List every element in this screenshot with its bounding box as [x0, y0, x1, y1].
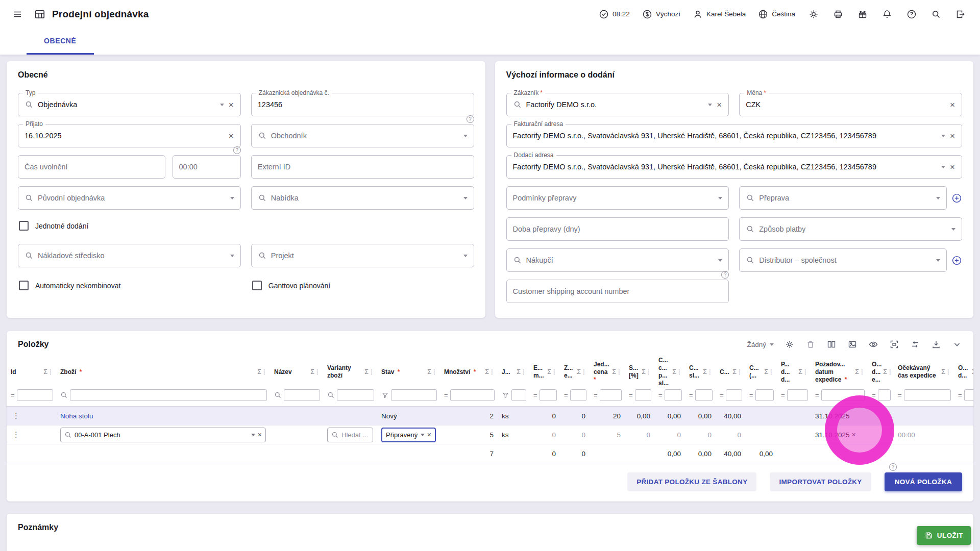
help-badge[interactable]: ? — [721, 271, 729, 279]
column-menu-icon[interactable]: ⋮ — [707, 368, 713, 375]
field-quote[interactable]: Nabídka — [251, 186, 474, 210]
sum-icon[interactable]: Σ — [798, 368, 802, 375]
filter-input-zbozi[interactable] — [70, 389, 267, 401]
sum-icon[interactable]: Σ — [732, 368, 737, 375]
field-currency[interactable]: Měna* CZK × — [739, 93, 962, 116]
clear-icon[interactable]: × — [949, 101, 955, 109]
filter-input-s_pct[interactable] — [635, 389, 651, 401]
editor-stav[interactable]: Připravený× — [381, 428, 436, 442]
clear-icon[interactable]: × — [427, 431, 431, 439]
filter-input-c1[interactable] — [665, 389, 682, 401]
field-buyer[interactable]: Nákupčí — [506, 248, 729, 272]
help-icon[interactable] — [905, 8, 918, 20]
pricing-selector[interactable]: Výchozí — [642, 9, 680, 19]
field-original-order[interactable]: Původní objednávka — [18, 186, 241, 210]
checkbox-single-delivery[interactable]: Jednotné dodání — [19, 221, 473, 231]
add-from-template-button[interactable]: PŘIDAT POLOŽKU ZE ŠABLONY — [627, 472, 756, 491]
filter-input-stav[interactable] — [391, 389, 437, 401]
sum-icon[interactable]: Σ — [672, 368, 676, 375]
caret-down-icon[interactable] — [718, 197, 722, 199]
delete-icon[interactable] — [805, 339, 816, 349]
filter-input-mnozstvi[interactable] — [450, 389, 495, 401]
item-link[interactable]: Noha stolu — [60, 412, 93, 420]
caret-down-icon[interactable] — [718, 259, 722, 262]
field-customer[interactable]: Zákazník* Factorify DEMO s.r.o. × — [506, 93, 729, 116]
column-header-zbozi[interactable]: Zboží *Σ⋮ — [56, 353, 270, 388]
caret-down-icon[interactable] — [230, 255, 234, 257]
add-transport-icon[interactable] — [951, 193, 962, 204]
settings-icon[interactable] — [785, 339, 795, 349]
column-menu-icon[interactable]: ⋮ — [431, 368, 437, 375]
fit-screen-icon[interactable] — [889, 339, 899, 349]
filter-input-id[interactable] — [17, 389, 53, 401]
app-logo-icon[interactable] — [34, 8, 46, 20]
column-header-jednotka[interactable]: J...Σ⋮ — [498, 353, 529, 388]
sum-icon[interactable]: Σ — [427, 368, 431, 375]
column-header-od2[interactable]: O... d...Σ⋮ — [954, 353, 973, 388]
column-menu-icon[interactable]: ⋮ — [47, 368, 54, 375]
sum-icon[interactable]: Σ — [703, 368, 707, 375]
logout-icon[interactable] — [954, 8, 967, 20]
menu-icon[interactable] — [11, 8, 23, 20]
swap-columns-icon[interactable] — [910, 339, 920, 349]
caret-down-icon[interactable] — [463, 197, 468, 199]
column-header-jed_cena[interactable]: Jed... cena *Σ⋮ — [590, 353, 625, 388]
sum-icon[interactable]: Σ — [612, 368, 616, 375]
user-menu[interactable]: Karel Šebela — [693, 9, 746, 19]
tab-general[interactable]: OBECNÉ — [27, 28, 94, 55]
checkbox-gantt-planning[interactable]: Ganttovo plánování — [252, 281, 473, 290]
clear-icon[interactable]: × — [949, 163, 955, 171]
notifications-icon[interactable] — [881, 8, 893, 20]
sum-icon[interactable]: Σ — [547, 368, 551, 375]
field-external-id[interactable]: Externí ID — [251, 155, 474, 179]
checkbox-auto-no-combine[interactable]: Automaticky nekombinovat — [19, 281, 240, 290]
column-header-varianty[interactable]: Varianty zbožíΣ⋮ — [323, 353, 377, 388]
caret-down-icon[interactable] — [936, 259, 940, 262]
column-menu-icon[interactable]: ⋮ — [859, 368, 865, 375]
sum-icon[interactable]: Σ — [517, 368, 521, 375]
clear-icon[interactable]: × — [949, 132, 955, 140]
filter-input-c4[interactable] — [755, 389, 774, 401]
caret-down-icon[interactable] — [463, 255, 468, 257]
checkbox-box[interactable] — [19, 221, 29, 231]
field-payment-method[interactable]: Způsob platby — [739, 217, 962, 241]
image-icon[interactable] — [847, 339, 857, 349]
export-icon[interactable] — [931, 339, 941, 349]
sum-icon[interactable]: Σ — [43, 368, 47, 375]
column-menu-icon[interactable]: ⋮ — [314, 368, 321, 375]
column-menu-icon[interactable]: ⋮ — [261, 368, 267, 375]
column-menu-icon[interactable]: ⋮ — [768, 368, 774, 375]
column-menu-icon[interactable]: ⋮ — [489, 368, 495, 375]
column-header-id[interactable]: IdΣ⋮ — [7, 353, 56, 388]
column-header-nazev[interactable]: NázevΣ⋮ — [270, 353, 323, 388]
field-distributor[interactable]: Distributor – společnost — [739, 248, 947, 272]
field-billing-address[interactable]: Fakturační adresa Factorify DEMO s.r.o.,… — [506, 124, 963, 147]
sum-icon[interactable]: Σ — [883, 368, 887, 375]
column-header-c1[interactable]: C... c... p... sl...Σ⋮ — [654, 353, 685, 388]
filter-input-jednotka[interactable] — [511, 389, 526, 401]
column-header-em[interactable]: E... m...Σ⋮ — [529, 353, 560, 388]
column-menu-icon[interactable]: ⋮ — [616, 368, 622, 375]
filter-input-jed_cena[interactable] — [600, 389, 622, 401]
column-menu-icon[interactable]: ⋮ — [551, 368, 557, 375]
column-header-c2[interactable]: C... sl...Σ⋮ — [685, 353, 716, 388]
field-transport-terms[interactable]: Podmínky přepravy — [506, 186, 729, 210]
column-header-c3[interactable]: C...Σ⋮ — [716, 353, 745, 388]
sum-icon[interactable]: Σ — [364, 368, 369, 375]
column-header-ze[interactable]: Z... e...Σ⋮ — [560, 353, 590, 388]
filter-input-c3[interactable] — [726, 389, 742, 401]
field-customer-order-no[interactable]: Zákaznická objednávka č. 123456 — [251, 93, 474, 116]
column-header-ocekavany[interactable]: Očekávaný čas expediceΣ⋮ — [894, 353, 954, 388]
field-transport[interactable]: Přeprava — [739, 186, 947, 210]
caret-down-icon[interactable] — [941, 135, 945, 137]
column-header-pozadovane[interactable]: Požadov... datum expedice *Σ⋮ — [811, 353, 868, 388]
sum-icon[interactable]: Σ — [310, 368, 314, 375]
caret-down-icon[interactable] — [421, 434, 425, 436]
whats-new-icon[interactable] — [856, 8, 869, 20]
column-header-c4[interactable]: C... (...Σ⋮ — [745, 353, 777, 388]
caret-down-icon[interactable] — [936, 197, 940, 199]
column-header-stav[interactable]: Stav *Σ⋮ — [377, 353, 440, 388]
caret-down-icon[interactable] — [220, 104, 224, 106]
column-menu-icon[interactable]: ⋮ — [369, 368, 375, 375]
clear-icon[interactable]: × — [716, 101, 722, 109]
